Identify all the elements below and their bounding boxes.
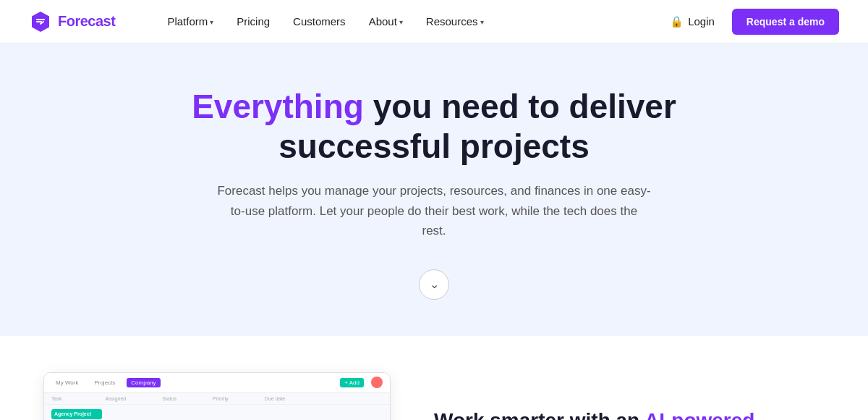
mock-tab-projects: Projects — [90, 378, 119, 387]
lock-icon: 🔒 — [670, 15, 684, 28]
nav-about[interactable]: About ▾ — [360, 9, 412, 33]
mock-tab-company: Company — [127, 378, 160, 387]
hero-heading: Everything you need to deliver successfu… — [181, 87, 687, 167]
chevron-down-icon: ▾ — [480, 18, 484, 26]
feature-content: Work smarter with an AI-powered platform… — [434, 408, 825, 420]
nav-links: Platform ▾ Pricing Customers About ▾ Res… — [158, 9, 661, 33]
mock-content: Agency Project Milestone #1 Task #1 Task… — [44, 405, 390, 420]
mock-avatar — [371, 377, 383, 388]
login-button[interactable]: 🔒 Login — [661, 9, 723, 34]
request-demo-button[interactable]: Request a demo — [732, 9, 839, 35]
feature-heading: Work smarter with an AI-powered platform — [434, 408, 825, 420]
logo-text: Forecast — [58, 13, 115, 30]
product-screenshot: My Work Projects Company + Add Task Assi… — [43, 372, 391, 420]
nav-platform[interactable]: Platform ▾ — [158, 9, 222, 33]
logo-link[interactable]: Forecast — [29, 10, 115, 33]
mock-add-button: + Add — [340, 378, 364, 387]
nav-customers[interactable]: Customers — [284, 9, 354, 33]
chevron-down-icon: ▾ — [399, 18, 403, 26]
hero-heading-highlight: Everything — [192, 88, 364, 125]
chevron-down-icon: ⌄ — [430, 277, 439, 291]
hero-subtext: Forecast helps you manage your projects,… — [217, 181, 651, 240]
nav-pricing[interactable]: Pricing — [228, 9, 278, 33]
mock-topbar: My Work Projects Company + Add — [44, 373, 390, 393]
navbar: Forecast Platform ▾ Pricing Customers Ab… — [0, 0, 868, 43]
scroll-down-button[interactable]: ⌄ — [419, 269, 449, 300]
feature-section: My Work Projects Company + Add Task Assi… — [0, 336, 868, 420]
nav-resources[interactable]: Resources ▾ — [417, 9, 493, 33]
hero-section: Everything you need to deliver successfu… — [0, 43, 868, 336]
mock-header-row: Task Assigned Status Priority Due date — [44, 393, 390, 405]
logo-icon — [29, 10, 52, 33]
feature-heading-normal: Work smarter with an — [434, 409, 644, 420]
mock-tab-mywork: My Work — [51, 378, 82, 387]
chevron-down-icon: ▾ — [210, 18, 213, 26]
nav-right: 🔒 Login Request a demo — [661, 9, 839, 35]
